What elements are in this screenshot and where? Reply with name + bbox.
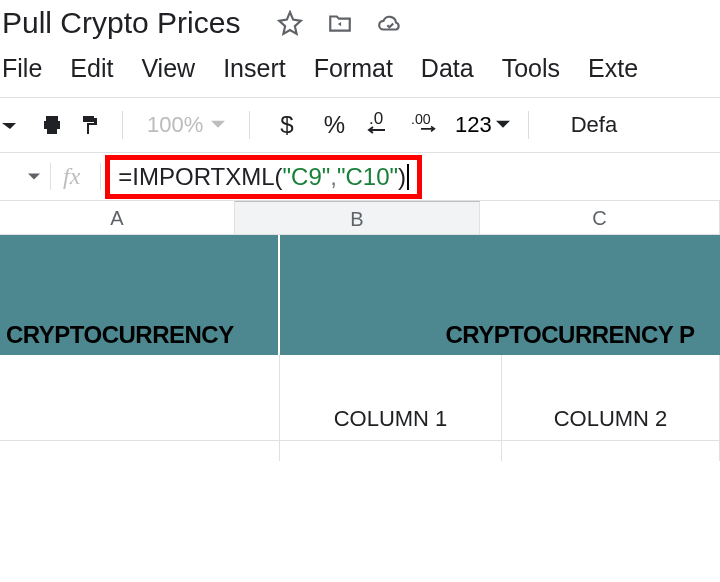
- menu-file[interactable]: File: [2, 54, 42, 83]
- column-headers: A B C: [0, 201, 720, 235]
- cell[interactable]: COLUMN 2: [502, 355, 720, 440]
- menu-insert[interactable]: Insert: [223, 54, 286, 83]
- formula-function-name: IMPORTXML: [132, 163, 274, 191]
- separator: [249, 111, 250, 139]
- column-header-b[interactable]: B: [235, 201, 480, 234]
- header-cell-cryptocurrency-price[interactable]: CRYPTOCURRENCY P: [280, 235, 720, 355]
- cell-value: COLUMN 1: [334, 406, 448, 432]
- header-cell-cryptocurrency[interactable]: CRYPTOCURRENCY: [0, 235, 280, 355]
- spreadsheet-grid: A B C CRYPTOCURRENCY CRYPTOCURRENCY P CO…: [0, 201, 720, 461]
- fx-label: fx: [50, 163, 101, 190]
- menu-view[interactable]: View: [141, 54, 195, 83]
- chevron-down-icon: [211, 112, 225, 138]
- menu-tools[interactable]: Tools: [502, 54, 560, 83]
- cloud-status-icon[interactable]: [376, 9, 404, 37]
- redo-icon[interactable]: [0, 111, 28, 139]
- format-percent-button[interactable]: %: [316, 111, 353, 139]
- move-folder-icon[interactable]: [326, 9, 354, 37]
- toolbar: 100% $ % .0 .00 123 Defa: [0, 97, 720, 153]
- more-formats-button[interactable]: 123: [455, 112, 510, 138]
- cell[interactable]: [280, 441, 502, 461]
- table-row: CRYPTOCURRENCY CRYPTOCURRENCY P: [0, 235, 720, 355]
- table-row: [0, 441, 720, 461]
- formula-arg1: "C9": [283, 163, 331, 191]
- chevron-down-icon: [496, 118, 510, 132]
- formula-input[interactable]: =IMPORTXML("C9","C10"): [105, 155, 421, 199]
- zoom-dropdown[interactable]: 100%: [141, 112, 231, 138]
- menu-extensions[interactable]: Exte: [588, 54, 638, 83]
- format-currency-button[interactable]: $: [272, 111, 301, 139]
- column-header-c[interactable]: C: [480, 201, 720, 234]
- formula-comma: ,: [330, 163, 337, 191]
- table-row: COLUMN 1 COLUMN 2: [0, 355, 720, 441]
- cell[interactable]: [0, 355, 280, 440]
- menu-edit[interactable]: Edit: [70, 54, 113, 83]
- separator: [528, 111, 529, 139]
- font-dropdown[interactable]: Defa: [571, 112, 617, 138]
- cell[interactable]: [0, 441, 280, 461]
- text-cursor: [407, 164, 409, 190]
- print-icon[interactable]: [38, 111, 66, 139]
- formula-arg2: "C10": [337, 163, 398, 191]
- document-title[interactable]: Pull Crypto Prices: [2, 6, 240, 40]
- more-formats-label: 123: [455, 112, 492, 138]
- increase-decimal-icon[interactable]: .00: [411, 108, 441, 142]
- zoom-value: 100%: [147, 112, 203, 138]
- formula-equals: =: [118, 163, 132, 191]
- cell[interactable]: [502, 441, 720, 461]
- column-header-a[interactable]: A: [0, 201, 235, 234]
- svg-text:.00: .00: [411, 111, 431, 127]
- header-label: CRYPTOCURRENCY: [6, 321, 234, 349]
- formula-bar: fx =IMPORTXML("C9","C10"): [0, 153, 720, 201]
- name-box-dropdown[interactable]: [0, 171, 50, 183]
- menu-data[interactable]: Data: [421, 54, 474, 83]
- formula-close-paren: ): [398, 163, 406, 191]
- menu-format[interactable]: Format: [314, 54, 393, 83]
- decrease-decimal-icon[interactable]: .0: [367, 108, 397, 142]
- star-icon[interactable]: [276, 9, 304, 37]
- cell-value: COLUMN 2: [554, 406, 668, 432]
- header-label: CRYPTOCURRENCY P: [446, 321, 695, 349]
- cell[interactable]: COLUMN 1: [280, 355, 502, 440]
- separator: [122, 111, 123, 139]
- formula-open-paren: (: [275, 163, 283, 191]
- paint-format-icon[interactable]: [76, 111, 104, 139]
- svg-text:.0: .0: [369, 109, 383, 128]
- menu-bar: File Edit View Insert Format Data Tools …: [0, 46, 720, 97]
